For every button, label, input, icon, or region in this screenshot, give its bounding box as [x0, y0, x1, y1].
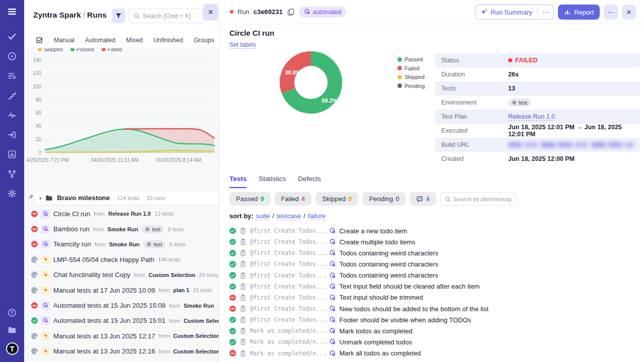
- test-title[interactable]: Text input should be trimmed: [340, 294, 423, 301]
- test-row[interactable]: @first Create Todos... Footer should be …: [229, 314, 640, 325]
- tab-groups[interactable]: Groups: [194, 37, 214, 44]
- filter-passed[interactable]: Passed9: [229, 192, 271, 206]
- import-icon[interactable]: [8, 130, 17, 139]
- more-actions-button[interactable]: ⋯: [604, 5, 618, 20]
- copy-run-id-button[interactable]: [287, 8, 295, 16]
- runs-trend-chart[interactable]: 140120100 806040 200 4/29/2025 7:21 PM 0…: [25, 53, 217, 168]
- breadcrumb-project[interactable]: Zyntra Spark: [33, 11, 81, 19]
- legend-pending[interactable]: Pending: [397, 83, 425, 89]
- legend-skipped[interactable]: Skipped: [397, 74, 425, 80]
- run-row[interactable]: LMP-554 05/04 check Happy Path 146 tests: [24, 252, 219, 267]
- run-title[interactable]: Manual tests at 13 Jun 2025 12:16: [53, 347, 155, 355]
- app-logo[interactable]: T: [6, 342, 19, 355]
- projects-folder-icon[interactable]: [8, 325, 17, 334]
- tests-search-input[interactable]: [453, 196, 511, 202]
- run-row[interactable]: Teamcity run from Smoke Run test 9 tests: [24, 237, 219, 252]
- test-row[interactable]: @first Create Todos... Create a new todo…: [229, 225, 640, 236]
- steps-icon[interactable]: [8, 91, 17, 100]
- tab-manual[interactable]: Manual: [54, 37, 74, 44]
- filter-pending[interactable]: Pending0: [362, 192, 406, 206]
- run-row[interactable]: Bamboo run from Smoke Run test 9 tests: [24, 221, 219, 236]
- run-summary-more-button[interactable]: ⋯: [537, 5, 553, 19]
- run-row[interactable]: Chat functinality test Copy from Custom …: [24, 267, 219, 283]
- test-row[interactable]: Mark as completed/n... Mark todos as com…: [229, 325, 640, 336]
- run-row[interactable]: Automated tests at 15 Jun 2025 15:01 fro…: [24, 313, 219, 328]
- select-all-icon[interactable]: [35, 36, 43, 44]
- run-row[interactable]: Manual tests at 13 Jun 2025 12:17 from C…: [24, 328, 219, 343]
- run-title[interactable]: Manual tests at 17 Jun 2025 10:09: [53, 287, 155, 294]
- legend-passed[interactable]: Passed: [397, 56, 425, 62]
- filter-comments[interactable]: 4: [410, 192, 436, 206]
- close-run-button[interactable]: ✕: [622, 5, 636, 20]
- tab-tests[interactable]: Tests: [229, 175, 247, 188]
- test-title[interactable]: Create a new todo item: [340, 227, 407, 235]
- test-title[interactable]: Mark todos as completed: [340, 327, 413, 335]
- results-donut-chart[interactable]: 30.8% 69.2%: [279, 50, 343, 115]
- build-url-redacted[interactable]: [508, 142, 634, 148]
- filter-failed[interactable]: Failed4: [275, 192, 312, 206]
- test-row[interactable]: @first Create Todos... Todos containing …: [229, 258, 640, 269]
- legend-failed[interactable]: Failed: [397, 65, 425, 71]
- test-row[interactable]: Mark as completed/n... Mark all todos as…: [229, 348, 640, 359]
- tab-mixed[interactable]: Mixed: [126, 37, 142, 44]
- test-plan-link[interactable]: Release Run 1.0: [508, 113, 555, 121]
- sort-testcase-link[interactable]: testcase: [277, 212, 301, 220]
- tab-defects[interactable]: Defects: [298, 175, 321, 188]
- run-row[interactable]: Manual tests at 17 Jun 2025 10:09 from p…: [24, 283, 219, 298]
- test-row[interactable]: Mark as completed/n... Unmark completed …: [229, 336, 640, 347]
- detail-row-build-url: Build URL: [435, 138, 640, 152]
- reports-chart-icon[interactable]: [8, 150, 17, 159]
- run-title[interactable]: Bamboo run: [53, 225, 90, 233]
- help-icon[interactable]: [8, 308, 17, 317]
- run-title[interactable]: LMP-554 05/04 check Happy Path: [53, 256, 154, 263]
- test-title[interactable]: Todos containing weird characters: [340, 249, 439, 257]
- run-title[interactable]: Teamcity run: [53, 240, 91, 248]
- run-title[interactable]: Circle CI run: [53, 210, 90, 218]
- run-title[interactable]: Chat functinality test Copy: [53, 271, 130, 279]
- test-row[interactable]: @first Create Todos... Create multiple t…: [229, 236, 640, 247]
- sort-failure-link[interactable]: failure: [308, 212, 326, 220]
- detail-row-executed: Executed Jun 18, 2025 12:01 PM → Jun 18,…: [435, 124, 640, 138]
- branches-icon[interactable]: [8, 169, 17, 178]
- test-row[interactable]: @first Create Todos... New todos should …: [229, 303, 640, 314]
- tab-automated[interactable]: Automated: [85, 37, 115, 44]
- test-row[interactable]: @first Create Todos... Text input field …: [229, 281, 640, 292]
- pulse-analytics-icon[interactable]: [8, 111, 17, 120]
- filter-skipped[interactable]: Skipped0: [315, 192, 358, 206]
- tab-unfinished[interactable]: Unfinished: [153, 37, 183, 44]
- report-button[interactable]: Report: [558, 5, 600, 20]
- sort-suite-link[interactable]: suite: [256, 212, 270, 220]
- runs-search-input[interactable]: [143, 13, 201, 20]
- settings-gear-icon[interactable]: [8, 189, 17, 198]
- run-summary-button[interactable]: Run Summary ⋯: [475, 5, 554, 20]
- test-title[interactable]: Todos containing weird characters: [340, 272, 439, 279]
- environment-badge[interactable]: test: [508, 99, 531, 107]
- chevron-right-icon[interactable]: ›: [39, 194, 41, 202]
- test-title[interactable]: Unmark completed todos: [340, 338, 413, 346]
- panel-close-button[interactable]: ✕: [203, 4, 218, 20]
- testcases-list-icon[interactable]: [8, 71, 17, 80]
- test-title[interactable]: Text input field should be cleared after…: [340, 283, 480, 290]
- test-title[interactable]: Create multiple todo items: [340, 238, 416, 246]
- menu-icon[interactable]: [7, 7, 18, 16]
- test-row[interactable]: @first Create Todos... Todos containing …: [229, 247, 640, 258]
- run-row[interactable]: Circle CI run from Release Run 1.0 13 te…: [24, 206, 219, 221]
- test-title[interactable]: New todos should be added to the bottom …: [340, 305, 489, 313]
- filter-button[interactable]: [112, 9, 125, 23]
- test-row[interactable]: @first Create Todos... Todos containing …: [229, 270, 640, 281]
- test-title[interactable]: Mark all todos as completed: [340, 349, 421, 357]
- run-title[interactable]: Automated tests at 15 Jun 2025 15:08: [53, 302, 166, 309]
- milestone-group-row[interactable]: › Bravo milestone 124 tests 33 runs: [34, 191, 219, 205]
- run-row[interactable]: Automated tests at 15 Jun 2025 15:08 fro…: [24, 298, 219, 313]
- test-title[interactable]: Footer should be visible when adding TOD…: [340, 316, 471, 324]
- test-row[interactable]: @first Create Todos... Text input should…: [229, 292, 640, 303]
- test-title[interactable]: Todos containing weird characters: [340, 260, 439, 268]
- automated-badge[interactable]: automated: [299, 7, 347, 18]
- run-title[interactable]: Automated tests at 15 Jun 2025 15:01: [53, 317, 166, 324]
- run-row[interactable]: Manual tests at 13 Jun 2025 12:16 from C…: [24, 344, 219, 359]
- checkmark-nav-icon[interactable]: [8, 32, 17, 41]
- run-title[interactable]: Manual tests at 13 Jun 2025 12:17: [53, 332, 155, 340]
- set-labels-link[interactable]: Set labels: [229, 41, 256, 49]
- runs-play-icon[interactable]: [8, 52, 17, 61]
- tab-statistics[interactable]: Statistics: [259, 175, 286, 188]
